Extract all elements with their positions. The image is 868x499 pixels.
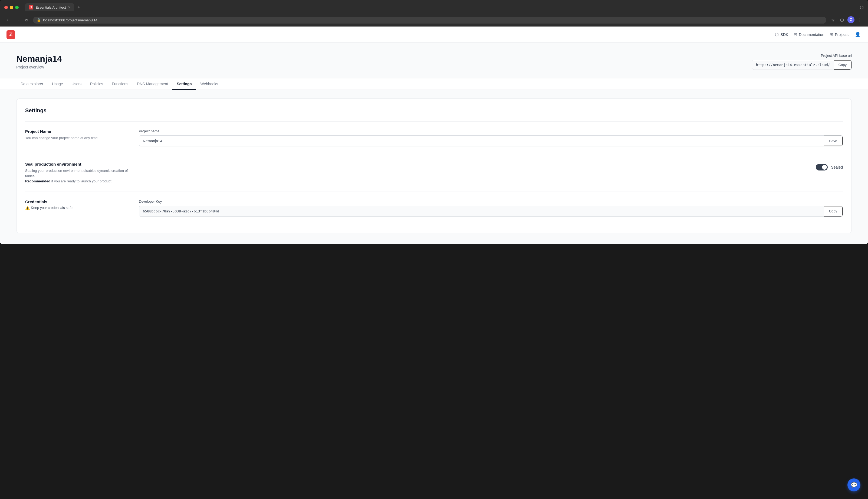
project-name-setting-row: Project Name You can change your project… — [25, 121, 843, 154]
tab-favicon: ℤ — [29, 5, 33, 10]
project-info: Nemanja14 Project overview — [16, 53, 62, 69]
dev-key-label: Developer Key — [139, 199, 843, 204]
seal-toggle-label: Sealed — [831, 165, 843, 169]
tab-usage[interactable]: Usage — [48, 78, 67, 90]
dev-key-group: 6588bdbc-78a9-5038-a2c7-b13f1b0b484d Cop… — [139, 206, 843, 217]
tab-settings[interactable]: Settings — [172, 78, 196, 90]
forward-button[interactable]: → — [13, 16, 21, 24]
api-base-url-label: Project API base url — [752, 53, 852, 58]
project-name-description: You can change your project name at any … — [25, 135, 128, 141]
more-button[interactable]: ⋮ — [856, 16, 864, 24]
tab-data-explorer[interactable]: Data explorer — [16, 78, 48, 90]
address-bar[interactable]: 🔒 localhost:3001/projects/nemanja14 — [33, 17, 826, 24]
tab-policies[interactable]: Policies — [86, 78, 107, 90]
save-project-name-button[interactable]: Save — [824, 136, 843, 146]
docs-icon: ⊟ — [794, 32, 797, 37]
seal-toggle-row: Sealed — [816, 163, 843, 170]
tab-webhooks[interactable]: Webhooks — [196, 78, 222, 90]
project-title: Nemanja14 — [16, 53, 62, 64]
api-url-input-group: https://nemanja14.essentialz.cloud/ Copy — [752, 60, 852, 70]
project-name-control: Project name Save — [139, 129, 843, 146]
nav-buttons: ← → ↻ — [4, 16, 30, 24]
project-name-input-group: Save — [139, 135, 843, 146]
seal-toggle-slider — [816, 164, 828, 170]
app-content: ℤ ⬡ SDK ⊟ Documentation ⊞ Projects 👤 Nem… — [0, 26, 868, 244]
seal-production-setting-row: Seal production environment Sealing your… — [25, 154, 843, 192]
back-button[interactable]: ← — [4, 16, 12, 24]
browser-actions: ☆ ⬡ Z ⋮ — [829, 16, 864, 24]
seal-toggle[interactable] — [816, 164, 828, 170]
project-subtitle: Project overview — [16, 65, 62, 69]
refresh-button[interactable]: ↻ — [23, 16, 30, 24]
extension-button[interactable]: ⬡ — [860, 5, 864, 10]
project-name-input[interactable] — [139, 136, 824, 146]
projects-icon: ⊞ — [830, 32, 833, 37]
project-name-field-label: Project name — [139, 129, 843, 133]
settings-panel: Settings Project Name You can change you… — [16, 98, 852, 233]
tab-dns-management[interactable]: DNS Management — [133, 78, 172, 90]
close-dot[interactable] — [4, 6, 8, 9]
user-menu-button[interactable]: 👤 — [854, 31, 861, 38]
settings-panel-title: Settings — [25, 107, 843, 114]
browser-dots — [4, 6, 19, 9]
project-name-info: Project Name You can change your project… — [25, 129, 128, 141]
sdk-icon: ⬡ — [775, 32, 779, 37]
seal-description-text2: if you are ready to launch your product. — [50, 179, 112, 183]
copy-dev-key-button[interactable]: Copy — [824, 206, 843, 217]
sdk-link[interactable]: ⬡ SDK — [775, 32, 788, 37]
browser-addressbar: ← → ↻ 🔒 localhost:3001/projects/nemanja1… — [0, 15, 868, 26]
new-tab-button[interactable]: + — [75, 3, 83, 11]
browser-chrome: ℤ Essentialz Architect × + ⬡ ← → ↻ 🔒 loc… — [0, 0, 868, 26]
projects-link[interactable]: ⊞ Projects — [830, 32, 848, 37]
logo-letter: ℤ — [9, 32, 12, 37]
url-text: localhost:3001/projects/nemanja14 — [43, 18, 97, 22]
seal-description-text: Sealing your production environment disa… — [25, 169, 128, 178]
fullscreen-dot[interactable] — [15, 6, 19, 9]
browser-tab[interactable]: ℤ Essentialz Architect × — [25, 3, 74, 11]
tab-title: Essentialz Architect — [35, 5, 66, 10]
browser-user-avatar[interactable]: Z — [847, 16, 855, 23]
main-content: Nemanja14 Project overview Project API b… — [0, 43, 868, 244]
seal-description: Sealing your production environment disa… — [25, 168, 128, 184]
credentials-control: Developer Key 6588bdbc-78a9-5038-a2c7-b1… — [139, 199, 843, 217]
seal-info: Seal production environment Sealing your… — [25, 162, 128, 184]
extensions-button[interactable]: ⬡ — [838, 16, 846, 24]
browser-tabs: ℤ Essentialz Architect × + — [25, 3, 82, 11]
documentation-label: Documentation — [799, 33, 824, 37]
projects-label: Projects — [835, 33, 848, 37]
lock-icon: 🔒 — [37, 18, 41, 22]
app-logo[interactable]: ℤ — [7, 30, 15, 39]
dev-key-value: 6588bdbc-78a9-5038-a2c7-b13f1b0b484d — [139, 206, 824, 216]
seal-description-bold: Recommended — [25, 179, 50, 183]
credentials-warning: ⚠️ Keep your credentials safe. — [25, 206, 128, 210]
credentials-label: Credentials — [25, 199, 128, 204]
tab-users[interactable]: Users — [68, 78, 86, 90]
project-header: Nemanja14 Project overview Project API b… — [16, 53, 852, 70]
tab-functions[interactable]: Functions — [107, 78, 133, 90]
api-url-value: https://nemanja14.essentialz.cloud/ — [752, 61, 834, 69]
copy-url-button[interactable]: Copy — [834, 60, 852, 70]
warning-text: Keep your credentials safe. — [31, 206, 74, 210]
credentials-setting-row: Credentials ⚠️ Keep your credentials saf… — [25, 192, 843, 224]
app-header: ℤ ⬡ SDK ⊟ Documentation ⊞ Projects 👤 — [0, 26, 868, 43]
project-name-label: Project Name — [25, 129, 128, 134]
sdk-label: SDK — [780, 33, 788, 37]
warning-icon: ⚠️ — [25, 206, 30, 210]
tab-close-button[interactable]: × — [68, 5, 70, 10]
nav-tabs: Data explorer Usage Users Policies Funct… — [0, 78, 868, 90]
minimize-dot[interactable] — [10, 6, 13, 9]
browser-titlebar: ℤ Essentialz Architect × + ⬡ — [0, 0, 868, 15]
seal-control: Sealed — [139, 162, 843, 170]
app-header-actions: ⬡ SDK ⊟ Documentation ⊞ Projects 👤 — [775, 31, 861, 38]
documentation-link[interactable]: ⊟ Documentation — [794, 32, 824, 37]
seal-label: Seal production environment — [25, 162, 128, 167]
api-base-url-section: Project API base url https://nemanja14.e… — [752, 53, 852, 70]
credentials-info: Credentials ⚠️ Keep your credentials saf… — [25, 199, 128, 210]
bookmark-button[interactable]: ☆ — [829, 16, 836, 24]
